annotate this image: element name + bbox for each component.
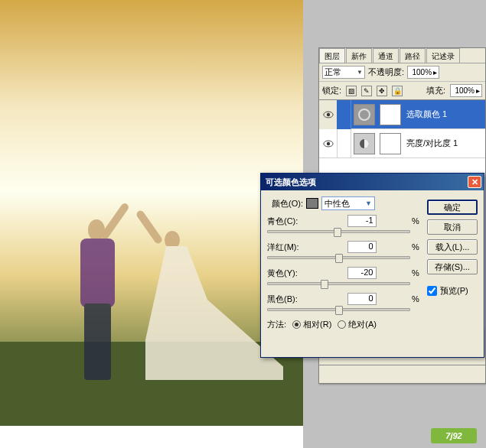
slider-label: 黄色(Y): xyxy=(267,268,313,279)
mask-thumb xyxy=(380,133,401,154)
selective-color-dialog: 可选颜色选项 ✕ 颜色(O): 中性色 ▼ 青色(C): -1 % xyxy=(260,173,484,358)
slider-label: 黑色(B): xyxy=(267,294,313,305)
svg-point-2 xyxy=(359,109,370,120)
radio-relative[interactable]: 相对(R) xyxy=(292,319,331,330)
eye-icon xyxy=(323,111,334,118)
panel-footer xyxy=(319,365,485,383)
adjustment-thumb xyxy=(354,104,375,125)
fill-label: 填充: xyxy=(426,85,445,96)
slider-value[interactable]: -20 xyxy=(347,267,377,279)
visibility-toggle[interactable] xyxy=(319,129,338,158)
slider-thumb[interactable] xyxy=(335,254,343,263)
preview-checkbox[interactable]: 预览(P) xyxy=(427,285,478,297)
layer-row[interactable]: 选取颜色 1 xyxy=(319,100,485,129)
percent-sign: % xyxy=(410,268,421,278)
lock-all-icon[interactable]: 🔒 xyxy=(392,86,403,96)
slider-value[interactable]: -1 xyxy=(347,215,377,227)
slider-value[interactable]: 0 xyxy=(347,241,377,253)
dialog-title: 可选颜色选项 xyxy=(266,177,316,188)
slider-thumb[interactable] xyxy=(335,306,343,315)
percent-sign: % xyxy=(410,216,421,226)
link-cell[interactable] xyxy=(338,100,351,129)
slider-thumb[interactable] xyxy=(321,280,328,289)
slider-track[interactable] xyxy=(267,230,410,233)
slider-cyan: 青色(C): -1 % xyxy=(267,215,421,233)
panel-tabs: 图层 新作 通道 路径 记述录 xyxy=(319,48,485,63)
chevron-right-icon: ▸ xyxy=(476,86,480,95)
blend-mode-select[interactable]: 正常▼ xyxy=(322,66,365,79)
dialog-titlebar[interactable]: 可选颜色选项 ✕ xyxy=(261,174,484,190)
close-button[interactable]: ✕ xyxy=(468,176,481,188)
layer-row[interactable]: 亮度/对比度 1 xyxy=(319,129,485,158)
close-icon: ✕ xyxy=(471,177,478,187)
slider-track[interactable] xyxy=(267,256,410,259)
svg-point-4 xyxy=(326,141,329,144)
lock-transparent-icon[interactable]: ▨ xyxy=(346,86,357,96)
slider-value[interactable]: 0 xyxy=(347,293,377,305)
radio-absolute[interactable]: 绝对(A) xyxy=(338,319,377,330)
chevron-down-icon: ▼ xyxy=(357,69,363,76)
slider-black: 黑色(B): 0 % xyxy=(267,293,421,311)
cancel-button[interactable]: 取消 xyxy=(427,219,478,235)
eye-icon xyxy=(323,140,334,148)
canvas-image xyxy=(0,0,303,426)
link-cell[interactable] xyxy=(338,129,351,158)
tab-1[interactable]: 新作 xyxy=(346,48,372,63)
svg-point-1 xyxy=(326,112,329,115)
adjustment-thumb xyxy=(354,133,375,154)
tab-paths[interactable]: 路径 xyxy=(400,48,426,63)
tab-layers[interactable]: 图层 xyxy=(319,48,345,63)
slider-yellow: 黄色(Y): -20 % xyxy=(267,267,421,285)
lock-position-icon[interactable]: ✥ xyxy=(377,86,387,96)
mask-thumb xyxy=(380,104,401,125)
layer-name[interactable]: 选取颜色 1 xyxy=(403,109,485,120)
ok-button[interactable]: 确定 xyxy=(427,200,478,215)
lock-label: 锁定: xyxy=(322,85,341,96)
color-swatch xyxy=(306,198,318,209)
color-label: 颜色(O): xyxy=(272,198,303,209)
opacity-input[interactable]: 100%▸ xyxy=(407,66,439,79)
method-label: 方法: xyxy=(267,319,286,330)
layer-name[interactable]: 亮度/对比度 1 xyxy=(403,138,485,149)
color-select[interactable]: 中性色 ▼ xyxy=(321,196,375,210)
percent-sign: % xyxy=(410,294,421,304)
opacity-label: 不透明度: xyxy=(368,67,404,78)
slider-thumb[interactable] xyxy=(334,228,341,237)
chevron-right-icon: ▸ xyxy=(433,68,437,76)
visibility-toggle[interactable] xyxy=(319,100,338,129)
watermark: 7j92 xyxy=(431,428,477,443)
slider-label: 青色(C): xyxy=(267,216,313,227)
percent-sign: % xyxy=(410,242,421,252)
tab-history[interactable]: 记述录 xyxy=(426,48,460,63)
fill-input[interactable]: 100%▸ xyxy=(450,84,482,97)
slider-track[interactable] xyxy=(267,282,410,285)
slider-magenta: 洋红(M): 0 % xyxy=(267,241,421,259)
save-button[interactable]: 存储(S)... xyxy=(427,259,478,274)
chevron-down-icon: ▼ xyxy=(365,200,372,207)
lock-paint-icon[interactable]: ✎ xyxy=(361,86,372,96)
slider-track[interactable] xyxy=(267,308,410,311)
load-button[interactable]: 载入(L)... xyxy=(427,239,478,255)
preview-check-input[interactable] xyxy=(427,286,437,296)
slider-label: 洋红(M): xyxy=(267,242,313,253)
tab-channels[interactable]: 通道 xyxy=(373,48,399,63)
